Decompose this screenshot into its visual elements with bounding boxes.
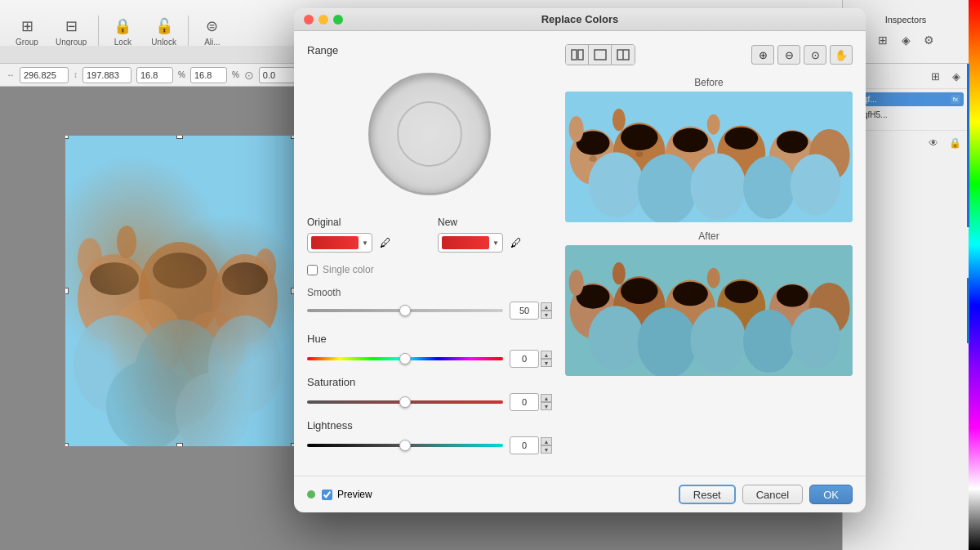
window-buttons [304,15,343,25]
saturation-slider-container [307,394,503,410]
svg-point-60 [777,284,808,306]
lightness-decrement[interactable]: ▼ [541,445,552,454]
hue-track[interactable] [307,357,503,360]
original-color-picker-row: ▼ 🖊 [307,233,421,253]
zoom-group: ⊕ ⊖ ⊙ ✋ [751,45,853,65]
handle-tl[interactable] [65,136,69,139]
lightness-slider-container [307,437,503,454]
compare-view-btn[interactable] [612,45,635,65]
saturation-slider-row: 0 ▲ ▼ [307,393,552,411]
toolbar-ungroup[interactable]: ⊟ Ungroup [47,13,95,50]
range-inner-circle [397,101,462,167]
hue-thumb[interactable] [399,353,411,364]
saturation-thumb[interactable] [399,396,411,408]
toolbar-divider-2 [188,16,189,48]
y-input[interactable] [82,67,131,83]
close-button[interactable] [304,15,314,25]
split-view-btn[interactable] [566,45,589,65]
original-eyedropper-btn[interactable]: 🖊 [376,233,395,253]
svg-point-36 [673,128,708,153]
smooth-thumb[interactable] [399,305,411,316]
status-dot [307,490,315,499]
toolbar-unlock[interactable]: 🔓 Unlock [143,13,185,50]
saturation-increment[interactable]: ▲ [541,394,552,402]
styles-tool-btn[interactable]: ◈ [897,31,915,49]
dialog-footer: Preview Reset Cancel OK [294,476,866,512]
svg-point-40 [612,109,626,131]
svg-point-38 [777,131,808,153]
width-input[interactable] [136,67,173,83]
handle-bm[interactable] [176,443,183,446]
zoom-out-btn[interactable]: ⊖ [777,45,800,65]
lightness-stepper: ▲ ▼ [541,437,552,454]
lightness-thumb[interactable] [399,440,411,451]
handle-tm[interactable] [176,136,183,139]
toolbar-lock[interactable]: 🔒 Lock [102,13,143,50]
dialog-title: Replace Colors [541,13,619,25]
height-input[interactable] [190,67,227,83]
rotation-input[interactable] [259,67,296,83]
lightness-increment[interactable]: ▲ [541,437,552,445]
zoom-in-btn[interactable]: ⊕ [751,45,774,65]
handle-bl[interactable] [65,443,69,446]
range-circle[interactable] [368,73,491,195]
maximize-button[interactable] [333,15,343,25]
svg-point-37 [724,127,758,150]
original-dropdown-arrow: ▼ [362,239,368,247]
range-circle-container [307,65,552,203]
link-dimensions-btn[interactable]: ⊙ [244,69,254,82]
lock-panel-btn[interactable]: 🔒 [946,134,964,152]
pan-tool-btn[interactable]: ✋ [830,45,853,65]
toolbar-align[interactable]: ⊜ Ali... [192,13,233,50]
original-color-swatch[interactable]: ▼ [307,233,372,253]
zoom-fit-btn[interactable]: ⊙ [804,45,826,65]
layer-1-fx: fx [951,95,960,104]
layers-tool-btn[interactable]: ⊞ [874,31,892,49]
panel-tool-1[interactable]: ⊞ [926,67,944,85]
footer-right: Reset Cancel OK [679,485,853,504]
after-label: After [565,230,853,242]
cancel-button[interactable]: Cancel [742,485,803,504]
saturation-decrement[interactable]: ▼ [541,402,552,410]
single-color-checkbox[interactable] [307,265,318,275]
svg-point-42 [590,156,597,162]
x-input[interactable] [20,67,69,83]
reset-button[interactable]: Reset [679,485,736,504]
new-color-swatch[interactable]: ▼ [438,233,503,253]
minimize-button[interactable] [318,15,328,25]
smooth-increment[interactable]: ▲ [541,302,552,311]
svg-point-62 [612,262,626,284]
svg-rect-19 [595,50,606,60]
hue-increment[interactable]: ▲ [541,351,552,359]
toolbar-group[interactable]: ⊞ Group [7,13,47,50]
align-icon: ⊜ [203,16,222,36]
after-preview [565,245,853,376]
svg-point-63 [707,268,720,288]
dialog-titlebar: Replace Colors [294,8,866,31]
lightness-label: Lightness [307,419,552,432]
single-view-btn[interactable] [589,45,612,65]
ok-button[interactable]: OK [809,485,853,504]
single-color-row: Single color [307,264,552,275]
preview-checkbox-row: Preview [322,489,372,500]
color-palette-strip[interactable] [969,0,980,550]
preview-checkbox[interactable] [322,490,332,500]
panel-tool-2[interactable]: ◈ [947,67,965,85]
blue-accent-strip-2 [967,278,969,343]
single-color-label: Single color [323,264,374,275]
eye-btn[interactable]: 👁 [924,134,942,152]
hue-label: Hue [307,333,552,345]
svg-point-29 [588,152,644,217]
hue-decrement[interactable]: ▼ [541,359,552,367]
dialog-left-panel: Range Original ▼ 🖊 [307,44,552,463]
new-eyedropper-btn[interactable]: 🖊 [506,233,526,253]
layer-2-label: jZSqfH5... [851,110,960,119]
smooth-track[interactable] [307,309,503,312]
svg-point-32 [743,156,795,219]
saturation-track[interactable] [307,400,503,404]
smooth-decrement[interactable]: ▼ [541,311,552,319]
svg-point-33 [791,154,840,216]
settings-tool-btn[interactable]: ⚙ [920,31,938,49]
lightness-track[interactable] [307,444,503,447]
handle-ml[interactable] [65,288,69,294]
